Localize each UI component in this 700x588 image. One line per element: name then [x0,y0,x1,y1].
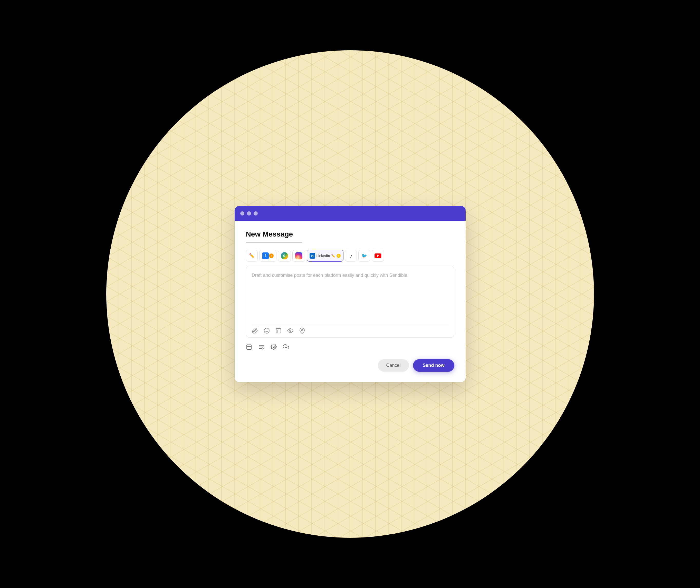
svg-point-0 [264,328,269,333]
page-title: New Message [246,230,454,238]
compose-placeholder: Draft and customise posts for each platf… [252,272,449,320]
instagram-icon: ◎ [295,252,302,259]
linkedin-label: LinkedIn [316,254,330,258]
traffic-light-2 [247,211,251,215]
tab-gmb[interactable]: G [278,250,291,262]
cancel-button[interactable]: Cancel [378,359,409,372]
window-body: New Message ✏️ f ! G ◎ [235,221,466,382]
emoji-icon[interactable] [263,328,270,334]
facebook-warning-icon: ! [269,253,274,258]
tab-twitter[interactable]: 🐦 [359,250,370,262]
traffic-light-3 [253,211,258,215]
linkedin-warning-icon: ! [336,254,340,258]
visibility-icon[interactable] [287,328,293,334]
svg-point-6 [301,329,303,331]
traffic-light-1 [240,211,244,215]
tab-youtube[interactable] [372,250,384,262]
tab-tiktok[interactable]: ♪ [345,250,357,262]
svg-rect-7 [247,345,251,349]
tiktok-icon: ♪ [349,253,352,259]
svg-point-14 [273,346,274,348]
calendar-icon[interactable] [246,344,252,350]
compose-toolbar [252,325,449,334]
window-titlebar [235,206,466,221]
svg-rect-3 [276,328,281,333]
tab-instagram[interactable]: ◎ [292,250,305,262]
app-window: New Message ✏️ f ! G ◎ [235,206,466,382]
platform-tabs: ✏️ f ! G ◎ in LinkedIn [246,250,454,262]
facebook-icon: f [262,252,269,259]
location-icon[interactable] [299,328,305,334]
twitter-icon: 🐦 [362,253,367,259]
pencil-icon: ✏️ [249,253,255,259]
send-now-button[interactable]: Send now [413,359,454,372]
buttons-row: Cancel Send now [246,359,454,372]
list-icon[interactable] [258,344,264,350]
title-divider [246,242,302,243]
attachment-icon[interactable] [252,328,258,334]
action-bar [246,344,454,350]
pencil-small-icon: ✏️ [331,254,335,258]
export-icon[interactable] [283,344,289,350]
settings-icon[interactable] [270,344,277,350]
linkedin-icon: in [309,253,315,259]
youtube-icon [375,253,381,258]
background-circle: New Message ✏️ f ! G ◎ [106,50,594,538]
youtube-play-icon [377,254,379,257]
image-icon[interactable] [275,328,281,334]
tab-linkedin[interactable]: in LinkedIn ✏️ ! [307,250,344,262]
tab-facebook[interactable]: f ! [259,250,276,262]
compose-area[interactable]: Draft and customise posts for each platf… [246,266,454,338]
gmb-icon: G [281,252,288,259]
tab-pencil[interactable]: ✏️ [246,250,258,262]
